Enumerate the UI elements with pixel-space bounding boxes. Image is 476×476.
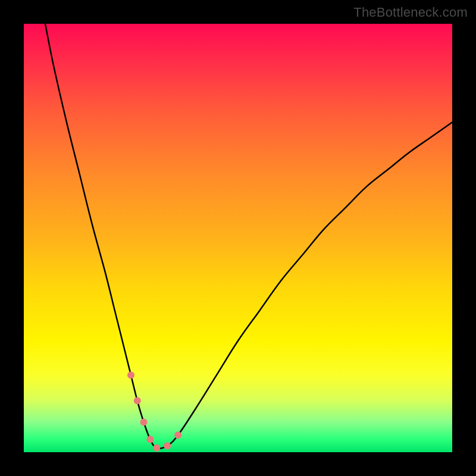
curve-marker	[140, 419, 148, 426]
curve-marker	[164, 442, 171, 449]
curve-marker	[146, 436, 154, 443]
curve-marker	[134, 397, 141, 405]
chart-frame: TheBottleneck.com	[0, 0, 476, 476]
curve-marker	[153, 444, 160, 452]
watermark-text: TheBottleneck.com	[353, 5, 468, 20]
chart-overlay	[24, 24, 452, 452]
curve-markers	[127, 371, 181, 451]
curve-marker	[174, 431, 181, 439]
curve-marker	[127, 371, 134, 378]
bottleneck-curve	[45, 24, 452, 449]
